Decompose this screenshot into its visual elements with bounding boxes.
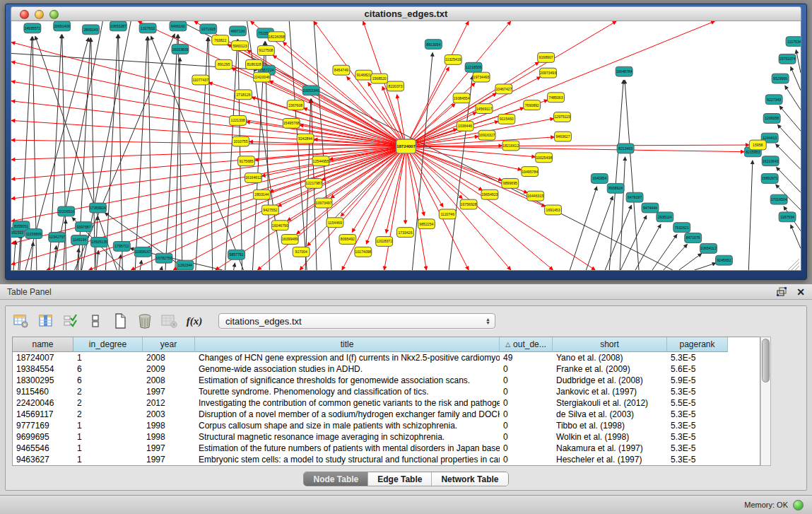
graph-node[interactable]: 20691406 [54, 21, 71, 31]
memory-status-light[interactable] [793, 500, 804, 510]
table-row[interactable]: 1830029562008Estimation of significance … [13, 375, 760, 386]
graph-node[interactable]: 6479197 [626, 192, 643, 202]
graph-node[interactable]: 15495768 [283, 118, 300, 128]
table-cell[interactable]: Franke et al. (2009) [553, 363, 667, 375]
table-cell[interactable]: 22420046 [13, 397, 73, 409]
graph-node[interactable]: 13505135 [90, 238, 107, 247]
table-cell[interactable]: 18300295 [13, 375, 73, 386]
table-cell[interactable]: 0 [500, 397, 553, 409]
graph-node[interactable]: 11156869 [25, 229, 42, 239]
table-cell[interactable]: 0 [500, 454, 553, 465]
table-cell[interactable]: 2008 [143, 352, 195, 363]
graph-node[interactable]: 9427552 [261, 205, 278, 215]
table-cell[interactable]: 1998 [143, 431, 195, 443]
graph-node[interactable]: 17359924 [90, 203, 107, 213]
column-header-name[interactable]: name [13, 337, 73, 352]
table-cell[interactable]: 0 [500, 420, 553, 431]
graph-node[interactable]: 10174098 [355, 247, 372, 257]
resize-grip[interactable] [788, 259, 799, 270]
graph-node[interactable]: 10654112 [700, 243, 717, 253]
graph-node[interactable]: 1691453 [545, 205, 562, 215]
table-cell[interactable]: 5.9E-5 [667, 375, 728, 386]
graph-node[interactable]: 2935114 [657, 212, 673, 222]
table-cell[interactable]: 1997 [143, 386, 195, 397]
split-view-icon[interactable] [86, 312, 105, 330]
graph-node[interactable]: 891295 [216, 59, 233, 69]
new-document-icon[interactable] [111, 312, 129, 330]
table-cell[interactable]: 2003 [143, 409, 195, 420]
table-cell[interactable]: Estimation of significance thresholds fo… [195, 375, 500, 386]
graph-node[interactable]: 10973497 [315, 198, 332, 208]
table-cell[interactable]: 5.3E-5 [667, 431, 728, 443]
graph-node[interactable]: 4667130 [230, 26, 247, 36]
graph-node[interactable]: 2803144 [253, 189, 270, 199]
graph-node[interactable]: 8095492 [339, 235, 356, 245]
close-panel-icon[interactable]: ✕ [796, 287, 805, 297]
graph-node[interactable]: 9397587 [76, 222, 93, 232]
table-cell[interactable]: 9463627 [13, 454, 73, 465]
table-row[interactable]: 977716911998Corpus callosum shape and si… [13, 420, 760, 431]
graph-node[interactable]: 22420046 [253, 72, 270, 82]
graph-node[interactable]: 18226058 [268, 32, 285, 42]
graph-node[interactable]: 19384554 [453, 93, 470, 103]
graph-node[interactable]: 1120746 [439, 209, 456, 219]
graph-node[interactable]: 16782759 [155, 253, 172, 263]
table-row[interactable]: 969969511998Structural magnetic resonanc… [13, 431, 760, 443]
graph-node[interactable]: 8186328 [246, 59, 263, 69]
graph-node[interactable]: 12028372 [376, 237, 393, 247]
table-cell[interactable]: Nakamura et al. (1997) [553, 443, 667, 454]
table-cell[interactable]: Embryonic stem cells: a model to study s… [195, 454, 500, 465]
table-row[interactable]: 946362711997Embryonic stem cells: a mode… [13, 454, 760, 465]
table-cell[interactable]: Dudbridge et al. (2008) [553, 375, 667, 386]
table-cell[interactable]: 19384554 [13, 363, 73, 375]
table-cell[interactable]: 2 [73, 397, 143, 409]
graph-node[interactable]: 20973493 [540, 68, 557, 78]
citation-graph[interactable]: 2493557220691406286914310653287132760264… [11, 21, 801, 270]
graph-node[interactable]: 1327602 [139, 23, 156, 33]
table-panel-header[interactable]: Table Panel ✕ [0, 284, 812, 300]
table-row[interactable]: 2242004622012Investigating the contribut… [13, 397, 760, 409]
graph-node[interactable]: 1209358 [763, 114, 780, 124]
graph-node[interactable]: 12544955 [312, 156, 329, 166]
column-header-title[interactable]: title [195, 337, 500, 352]
graph-node[interactable]: 12217987 [305, 178, 322, 188]
graph-node[interactable]: 8220373 [387, 81, 404, 91]
network-window-titlebar[interactable]: citations_edges.txt [11, 6, 801, 21]
float-panel-icon[interactable] [777, 287, 788, 296]
table-cell[interactable]: 1998 [143, 420, 195, 431]
network-canvas[interactable]: 2493557220691406286914310653287132760264… [11, 21, 801, 271]
graph-node[interactable]: 9175685 [238, 156, 255, 166]
table-cell[interactable]: 9465546 [13, 443, 73, 454]
table-cell[interactable]: 1 [73, 443, 143, 454]
column-header-year[interactable]: year [143, 337, 195, 352]
graph-node[interactable]: 1145194 [71, 235, 88, 245]
table-cell[interactable]: Hescheler et al. (1997) [553, 454, 667, 465]
graph-node[interactable]: 9245652 [716, 255, 733, 265]
graph-node[interactable]: 12342757 [49, 233, 66, 243]
table-cell[interactable]: 5.5E-5 [667, 397, 728, 409]
table-row[interactable]: 1872400712008Changes of HCN gene express… [13, 352, 760, 363]
graph-node[interactable]: 16164612 [245, 173, 262, 183]
table-cell[interactable]: Wolkin et al. (1998) [553, 431, 667, 443]
graph-node[interactable]: 1568520 [371, 74, 388, 83]
table-delete-disabled-icon[interactable] [160, 312, 179, 330]
graph-node[interactable]: 16033809 [172, 45, 189, 54]
table-row[interactable]: 1456911722003Disruption of a novel membe… [13, 409, 760, 420]
table-cell[interactable]: 9115460 [13, 386, 73, 397]
graph-node[interactable]: 16046790 [271, 221, 288, 230]
graph-node[interactable]: 15751074 [779, 54, 796, 64]
table-row[interactable]: 1938455462009Genome-wide association stu… [13, 363, 760, 375]
table-cell[interactable]: 18724007 [13, 352, 73, 363]
table-cell[interactable]: Yano et al. (2008) [553, 352, 667, 363]
graph-node[interactable]: 11325419 [445, 54, 461, 64]
tab-network-table[interactable]: Network Table [432, 472, 507, 486]
graph-node[interactable]: 1292344 [177, 260, 194, 270]
table-cell[interactable]: 0 [500, 386, 553, 397]
graph-node[interactable]: 8813054 [425, 40, 442, 49]
graph-node[interactable]: 16446315 [527, 191, 544, 201]
graph-node[interactable]: 16756928 [460, 199, 477, 209]
table-cell[interactable]: 0 [500, 375, 553, 386]
graph-node[interactable]: 1071918 [200, 24, 217, 34]
graph-node[interactable]: 1187534 [779, 212, 796, 222]
graph-node[interactable]: 16210643 [762, 156, 779, 166]
